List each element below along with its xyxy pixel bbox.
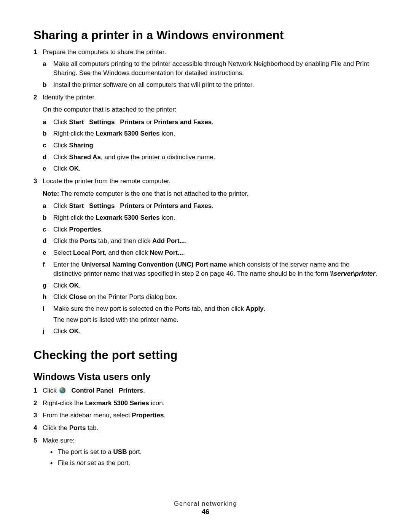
section2-list: Click Control Panel Printers. Right-clic…: [33, 386, 378, 468]
step-2-text: Identify the printer.: [43, 94, 96, 101]
bold: Lexmark 5300 Series: [96, 214, 159, 221]
text: .: [79, 328, 81, 335]
text: Click: [53, 153, 69, 161]
bold: Printers: [119, 387, 143, 394]
bold: Printers and Faxes: [154, 202, 212, 209]
text: Make sure the new port is selected on th…: [53, 305, 246, 312]
bold: Lexmark 5300 Series: [85, 399, 149, 407]
heading-sharing-printer: Sharing a printer in a Windows environme…: [33, 29, 378, 42]
text: File is: [58, 459, 76, 466]
step-3i-followup: The new port is listed with the printer …: [53, 315, 378, 325]
footer-page-number: 46: [0, 508, 411, 516]
bold: Lexmark 5300 Series: [96, 130, 159, 137]
step-2-intro: On the computer that is attached to the …: [43, 105, 378, 115]
bold: Sharing: [69, 142, 93, 149]
text: Click: [53, 118, 69, 126]
step-3a: Click Start Settings Printers or Printer…: [43, 201, 378, 211]
step-2e: Click OK.: [43, 164, 378, 174]
text: .: [212, 202, 213, 209]
bold: OK: [69, 282, 79, 289]
step-3h: Click Close on the Printer Ports dialog …: [43, 292, 378, 302]
text: icon.: [160, 130, 175, 137]
text: Enter the: [53, 261, 81, 268]
text: Click: [53, 142, 69, 149]
step-1b: Install the printer software on all comp…: [43, 80, 378, 90]
step-2a: Click Start Settings Printers or Printer…: [43, 118, 378, 127]
vista-step-5-bullet-1: The port is set to a USB port.: [50, 447, 378, 457]
section1-list: Prepare the computers to share the print…: [33, 48, 378, 336]
text: icon.: [149, 399, 165, 407]
bold: Ports: [69, 424, 86, 431]
text: or: [145, 202, 154, 209]
text: Click: [53, 165, 69, 172]
note-label: Note:: [43, 190, 59, 197]
bold: Printers and Faxes: [154, 118, 212, 126]
vista-step-2: Right-click the Lexmark 5300 Series icon…: [33, 399, 378, 408]
bold: Properties: [132, 412, 164, 419]
text: .: [185, 237, 187, 244]
text: .: [375, 270, 377, 277]
text: .: [164, 412, 166, 419]
bold: Universal Naming Convention (UNC) Port n…: [81, 261, 227, 268]
step-3-note: Note: The remote computer is the one tha…: [43, 189, 378, 199]
bold: New Port...: [150, 249, 183, 256]
vista-step-1: Click Control Panel Printers.: [33, 386, 378, 396]
bold: Printers: [120, 118, 144, 126]
text: .: [143, 387, 145, 394]
bold: Settings: [89, 118, 115, 126]
page-footer: General networking 46: [0, 500, 411, 516]
footer-section-title: General networking: [0, 500, 411, 507]
italic: not: [76, 459, 86, 466]
text: on the Printer Ports dialog box.: [87, 293, 177, 300]
step-3b: Right-click the Lexmark 5300 Series icon…: [43, 213, 378, 223]
subheading-vista: Windows Vista users only: [33, 371, 378, 382]
text: .: [79, 282, 81, 289]
step-1a: Make all computers printing to the print…: [43, 59, 378, 78]
text: .: [264, 305, 266, 312]
text: , and then click: [105, 249, 150, 256]
text: Click: [43, 387, 59, 394]
bold: Apply: [246, 305, 264, 312]
vista-step-4: Click the Ports tab.: [33, 423, 378, 433]
text: Right-click the: [53, 130, 96, 137]
text: Click: [53, 226, 69, 233]
bold-italic: \\server\printer: [330, 270, 375, 277]
text: Click: [53, 328, 69, 335]
vista-step-3: From the sidebar menu, select Properties…: [33, 411, 378, 420]
text: .: [79, 165, 81, 172]
bold: Settings: [89, 202, 115, 209]
text: , and give the printer a distinctive nam…: [101, 153, 215, 161]
bold: Ports: [80, 237, 96, 244]
text: port.: [127, 448, 142, 455]
step-3i: Make sure the new port is selected on th…: [43, 304, 378, 324]
text: .: [183, 249, 185, 256]
step-3: Locate the printer from the remote compu…: [33, 177, 378, 336]
windows-orb-icon: [59, 387, 65, 393]
text: Right-click the: [43, 399, 85, 407]
step-1: Prepare the computers to share the print…: [33, 48, 378, 90]
step-1-text: Prepare the computers to share the print…: [43, 48, 166, 56]
bold: Close: [69, 293, 87, 300]
step-2: Identify the printer. On the computer th…: [33, 93, 378, 174]
note-text: The remote computer is the one that is n…: [59, 190, 249, 197]
bold: Start: [69, 202, 84, 209]
step-3e: Select Local Port, and then click New Po…: [43, 248, 378, 258]
text: Right-click the: [53, 214, 96, 221]
bold: Add Port...: [152, 237, 185, 244]
step-3g: Click OK.: [43, 281, 378, 291]
step-2c: Click Sharing.: [43, 141, 378, 150]
bold: USB: [113, 448, 127, 455]
bold: OK: [69, 165, 79, 172]
text: Click the: [53, 237, 80, 244]
text: Click: [53, 282, 69, 289]
bold: Local Port: [73, 249, 105, 256]
text: tab, and then click: [96, 237, 152, 244]
step-3d: Click the Ports tab, and then click Add …: [43, 236, 378, 246]
step-3f: Enter the Universal Naming Convention (U…: [43, 260, 378, 279]
text: icon.: [160, 214, 175, 221]
vista-step-5: Make sure: The port is set to a USB port…: [33, 436, 378, 468]
text: or: [145, 118, 154, 126]
bold: Shared As: [69, 153, 101, 161]
step-2b: Right-click the Lexmark 5300 Series icon…: [43, 129, 378, 139]
text: .: [93, 142, 95, 149]
